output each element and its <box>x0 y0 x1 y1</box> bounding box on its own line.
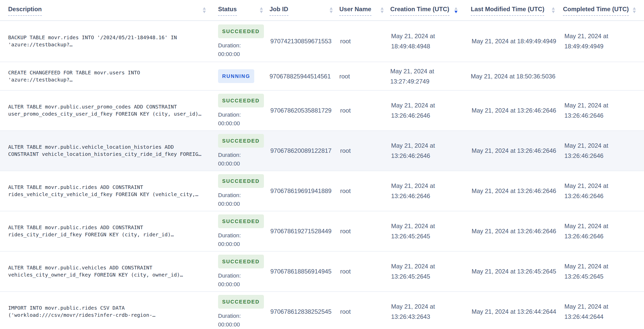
sort-icon[interactable] <box>454 7 458 13</box>
column-header-label: Description <box>8 6 42 16</box>
column-header-job-id[interactable]: Job ID <box>270 6 333 16</box>
duration-value: 00:00:00 <box>218 320 264 329</box>
user-name: root <box>340 266 384 277</box>
job-status-cell: SUCCEEDED Duration: 00:00:00 <box>218 254 264 289</box>
job-id: 970742130859671553 <box>270 36 333 46</box>
user-name: root <box>340 186 384 196</box>
duration-label: Duration: <box>218 110 264 119</box>
user-name: root <box>340 146 384 156</box>
duration-value: 00:00:00 <box>218 159 264 168</box>
creation-time: May 21, 2024 at 13:26:46:2646 <box>391 100 458 121</box>
job-description-link[interactable]: BACKUP TABLE movr.rides INTO '/2024/05/2… <box>8 34 206 48</box>
completed-time: May 21, 2024 at 13:26:44:2644 <box>564 301 637 322</box>
table-row: ALTER TABLE movr.public.user_promo_codes… <box>0 91 644 131</box>
last-modified-time: May 21, 2024 at 13:26:46:2646 <box>472 226 556 236</box>
column-header-description[interactable]: Description <box>0 6 206 16</box>
user-name: root <box>340 36 384 46</box>
creation-time: May 21, 2024 at 13:26:45:2645 <box>391 261 458 282</box>
duration-label: Duration: <box>218 311 264 320</box>
job-description-cell: ALTER TABLE movr.public.rides ADD CONSTR… <box>0 224 206 238</box>
column-header-user-name[interactable]: User Name <box>339 6 384 16</box>
job-description-cell: IMPORT INTO movr.public.rides CSV DATA (… <box>0 305 206 319</box>
table-row: ALTER TABLE movr.public.rides ADD CONSTR… <box>0 211 644 252</box>
table-row: ALTER TABLE movr.public.rides ADD CONSTR… <box>0 171 644 211</box>
job-status-cell: RUNNING <box>218 69 263 83</box>
creation-time: May 21, 2024 at 18:49:48:4948 <box>391 31 458 51</box>
job-status-cell: SUCCEEDED Duration: 00:00:00 <box>218 134 264 168</box>
job-status-cell: SUCCEEDED Duration: 00:00:00 <box>218 295 264 329</box>
last-modified-time: May 21, 2024 at 13:26:46:2646 <box>472 146 556 156</box>
duration-label: Duration: <box>218 191 264 199</box>
column-header-label: User Name <box>339 6 371 16</box>
table-row: CREATE CHANGEFEED FOR TABLE movr.users I… <box>0 62 644 91</box>
job-description-cell: CREATE CHANGEFEED FOR TABLE movr.users I… <box>0 69 206 83</box>
sort-icon[interactable] <box>552 7 555 13</box>
creation-time: May 21, 2024 at 13:26:45:2645 <box>391 221 458 241</box>
sort-icon[interactable] <box>330 7 333 13</box>
completed-time: May 21, 2024 at 13:26:45:2645 <box>564 261 637 282</box>
duration-value: 00:00:00 <box>218 280 264 289</box>
sort-icon[interactable] <box>633 7 636 13</box>
last-modified-time: May 21, 2024 at 13:26:46:2646 <box>472 186 556 196</box>
job-description-link[interactable]: ALTER TABLE movr.public.rides ADD CONSTR… <box>8 184 206 198</box>
job-description-link[interactable]: ALTER TABLE movr.public.vehicle_location… <box>8 144 206 158</box>
job-description-cell: ALTER TABLE movr.public.vehicle_location… <box>0 144 206 158</box>
table-row: ALTER TABLE movr.public.vehicles ADD CON… <box>0 252 644 292</box>
status-badge: SUCCEEDED <box>218 174 264 188</box>
job-status-cell: SUCCEEDED Duration: 00:00:00 <box>218 24 264 58</box>
job-description-link[interactable]: ALTER TABLE movr.public.user_promo_codes… <box>8 103 206 118</box>
job-description-link[interactable]: CREATE CHANGEFEED FOR TABLE movr.users I… <box>8 69 206 83</box>
job-id: 970678612838252545 <box>270 307 333 317</box>
creation-time: May 21, 2024 at 13:27:49:2749 <box>390 66 458 86</box>
job-id: 970678619271528449 <box>270 226 333 236</box>
user-name: root <box>340 226 384 236</box>
duration-label: Duration: <box>218 231 264 240</box>
last-modified-time: May 21, 2024 at 18:50:36:5036 <box>471 71 555 81</box>
creation-time: May 21, 2024 at 13:26:46:2646 <box>391 141 458 161</box>
sort-icon[interactable] <box>381 7 384 13</box>
duration-label: Duration: <box>218 41 264 50</box>
status-badge: RUNNING <box>218 69 254 83</box>
job-description-cell: BACKUP TABLE movr.rides INTO '/2024/05/2… <box>0 34 206 48</box>
column-header-last-modified-time-utc[interactable]: Last Modified Time (UTC) <box>471 6 555 16</box>
completed-time: May 21, 2024 at 18:49:49:4949 <box>564 31 637 51</box>
column-header-label: Creation Time (UTC) <box>390 6 449 16</box>
job-status-cell: SUCCEEDED Duration: 00:00:00 <box>218 93 264 128</box>
status-badge: SUCCEEDED <box>218 93 264 107</box>
job-description-cell: ALTER TABLE movr.public.user_promo_codes… <box>0 103 206 118</box>
table-row: IMPORT INTO movr.public.rides CSV DATA (… <box>0 292 644 329</box>
creation-time: May 21, 2024 at 13:26:43:2643 <box>391 301 458 322</box>
table-header-row: DescriptionStatusJob IDUser NameCreation… <box>0 0 644 21</box>
sort-icon[interactable] <box>203 7 206 13</box>
job-id: 970678620535881729 <box>270 105 333 116</box>
status-badge: SUCCEEDED <box>218 295 264 308</box>
completed-time: May 21, 2024 at 13:26:46:2646 <box>564 141 637 161</box>
duration-value: 00:00:00 <box>218 119 264 128</box>
last-modified-time: May 21, 2024 at 13:26:46:2646 <box>472 105 556 116</box>
job-status-cell: SUCCEEDED Duration: 00:00:00 <box>218 214 264 248</box>
last-modified-time: May 21, 2024 at 18:49:49:4949 <box>472 36 556 46</box>
jobs-page: DescriptionStatusJob IDUser NameCreation… <box>0 0 644 329</box>
job-status-cell: SUCCEEDED Duration: 00:00:00 <box>218 174 264 208</box>
last-modified-time: May 21, 2024 at 13:26:44:2644 <box>472 307 556 317</box>
column-header-status[interactable]: Status <box>218 6 263 16</box>
job-description-link[interactable]: IMPORT INTO movr.public.rides CSV DATA (… <box>8 305 206 319</box>
completed-time: May 21, 2024 at 13:26:46:2646 <box>564 221 637 241</box>
completed-time: May 21, 2024 at 13:26:46:2646 <box>564 100 637 121</box>
user-name: root <box>339 71 384 81</box>
duration-value: 00:00:00 <box>218 199 264 208</box>
table-body: BACKUP TABLE movr.rides INTO '/2024/05/2… <box>0 21 644 329</box>
column-header-creation-time-utc[interactable]: Creation Time (UTC) <box>390 6 458 16</box>
job-description-link[interactable]: ALTER TABLE movr.public.rides ADD CONSTR… <box>8 224 206 238</box>
job-description-cell: ALTER TABLE movr.public.rides ADD CONSTR… <box>0 184 206 198</box>
column-header-completed-time-utc[interactable]: Completed Time (UTC) <box>563 6 636 16</box>
table-row: ALTER TABLE movr.public.vehicle_location… <box>0 131 644 171</box>
column-header-label: Job ID <box>270 6 288 16</box>
duration-value: 00:00:00 <box>218 50 264 58</box>
column-header-label: Status <box>218 6 237 16</box>
job-id: 970678619691941889 <box>270 186 333 196</box>
sort-icon[interactable] <box>260 7 263 13</box>
column-header-label: Last Modified Time (UTC) <box>471 6 544 16</box>
job-description-link[interactable]: ALTER TABLE movr.public.vehicles ADD CON… <box>8 264 206 279</box>
last-modified-time: May 21, 2024 at 13:26:45:2645 <box>472 266 556 277</box>
